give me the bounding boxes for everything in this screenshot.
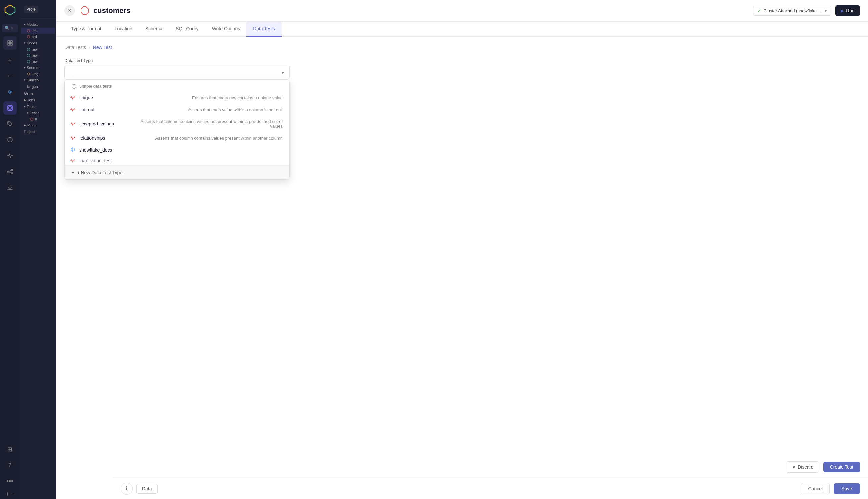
svg-point-15 (7, 494, 8, 495)
svg-rect-5 (8, 106, 12, 110)
discard-label: Discard (798, 464, 813, 470)
dropdown-section-header: Simple data tests (64, 80, 289, 92)
cancel-button[interactable]: Cancel (801, 483, 830, 494)
discard-button[interactable]: ✕ Discard (786, 461, 819, 473)
tab-location[interactable]: Location (108, 22, 139, 37)
tree-header-gems[interactable]: Gems (21, 90, 55, 97)
save-button[interactable]: Save (833, 484, 860, 494)
tree-section-tests: ▾ Tests ▾ Test c n (21, 103, 55, 122)
sidebar-item-download[interactable] (0, 180, 20, 195)
modal-action-buttons: ✕ Discard Create Test (786, 461, 860, 473)
sidebar-item-snowflake[interactable]: ❄ (0, 84, 20, 100)
tree-header-models2[interactable]: ▶ Mode (21, 122, 55, 129)
tree-section-sources: ▾ Source Ung (21, 64, 55, 77)
close-button[interactable]: × (64, 5, 75, 16)
form-label: Data Test Type (64, 58, 860, 63)
cluster-button[interactable]: ✓ Cluster Attached (snowflake_... ▾ (753, 5, 831, 15)
tree-header-jobs[interactable]: ▶ Jobs (21, 97, 55, 103)
sidebar-item-add[interactable]: + (0, 52, 20, 68)
tree-section-models2: ▶ Mode (21, 122, 55, 129)
tree-item-seed2[interactable]: raw (21, 52, 55, 58)
sidebar-item-project[interactable] (0, 34, 20, 52)
tree-item-source1[interactable]: Ung (21, 71, 55, 77)
sidebar-item-tag[interactable] (0, 116, 20, 132)
tree-header-seeds[interactable]: ▾ Seeds (21, 40, 55, 46)
sidebar-tree-panel: Proje ▾ Models cus ord ▾ Seeds (20, 0, 56, 499)
pulse-icon (70, 107, 75, 112)
cancel-label: Cancel (808, 486, 823, 491)
tree-header-sources[interactable]: ▾ Source (21, 64, 55, 71)
tree-item-function1[interactable]: fx gen (21, 83, 55, 90)
run-button[interactable]: ▶ Run (835, 5, 860, 16)
svg-line-13 (9, 171, 11, 173)
tree-item-test-c[interactable]: ▾ Test c (24, 110, 55, 116)
svg-marker-19 (72, 84, 76, 89)
sidebar-item-schema[interactable] (0, 163, 20, 180)
item-unique-desc: Ensures that every row contains a unique… (192, 95, 282, 100)
chevron-down-icon: ▾ (281, 70, 284, 75)
tree-section-project: Project (21, 129, 55, 135)
tree-item-seed1[interactable]: raw (21, 46, 55, 52)
dropdown-item-relationships[interactable]: relationships Asserts that column contai… (64, 132, 289, 144)
tree-item-seed3[interactable]: raw (21, 58, 55, 64)
item-accepted-values-desc: Asserts that column contains values not … (130, 119, 282, 129)
item-unique-name: unique (79, 95, 125, 100)
dropdown-item-snowflake-docs[interactable]: snowflake_docs (64, 144, 289, 156)
tree-header-models[interactable]: ▾ Models (21, 21, 55, 28)
breadcrumb-parent[interactable]: Data Tests (64, 45, 86, 50)
sidebar-item-meta[interactable]: ⋯ (0, 489, 20, 499)
check-icon: ✓ (757, 8, 761, 13)
sidebar-item-more[interactable]: ••• (0, 473, 20, 489)
breadcrumb-separator: › (89, 45, 91, 50)
project-tab-label[interactable]: Proje (24, 5, 38, 13)
pulse-icon (70, 121, 75, 126)
create-test-button[interactable]: Create Test (823, 462, 860, 472)
tree-item-label: ord (32, 35, 37, 39)
modal-header: × customers ✓ Cluster Attached (snowflak… (56, 0, 868, 22)
plus-icon: + (71, 170, 74, 175)
tab-sql-query[interactable]: SQL Query (169, 22, 205, 37)
modal: × customers ✓ Cluster Attached (snowflak… (56, 0, 868, 499)
dropdown-item-accepted-values[interactable]: accepted_values Asserts that column cont… (64, 115, 289, 132)
tab-data-tests[interactable]: Data Tests (246, 22, 281, 37)
dropdown-footer-new-test-type[interactable]: + + New Data Test Type (64, 165, 289, 180)
footer-label: + New Data Test Type (77, 170, 122, 175)
modal-title-icon (80, 6, 89, 15)
sidebar-item-grid[interactable]: ⊞ (0, 441, 20, 457)
dropdown-item-unique[interactable]: unique Ensures that every row contains a… (64, 92, 289, 104)
info-button[interactable]: ℹ (121, 483, 133, 495)
data-button[interactable]: Data (136, 484, 158, 494)
tree-item-orders[interactable]: ord (21, 34, 55, 40)
tab-write-options[interactable]: Write Options (205, 22, 247, 37)
item-relationships-name: relationships (79, 135, 125, 141)
tree-header-functions[interactable]: ▾ Functio (21, 77, 55, 83)
logo-icon (4, 4, 15, 15)
search-icon: 🔍 (5, 26, 10, 31)
tree-item-customers[interactable]: cus (21, 28, 55, 34)
tree-item-n[interactable]: n (24, 116, 55, 122)
dropdown-menu: Simple data tests unique Ensures that ev… (64, 80, 290, 180)
sidebar-item-back[interactable]: ← (0, 68, 20, 84)
data-label: Data (142, 486, 152, 491)
tree-header-tests[interactable]: ▾ Tests (21, 103, 55, 110)
sidebar-item-help[interactable]: ? (0, 457, 20, 473)
sidebar-item-pulse[interactable] (0, 148, 20, 163)
x-icon: ✕ (792, 465, 796, 470)
svg-marker-18 (81, 7, 89, 15)
run-label: Run (846, 8, 855, 13)
tab-schema[interactable]: Schema (139, 22, 169, 37)
svg-rect-3 (8, 44, 10, 45)
pulse-icon (70, 135, 75, 141)
svg-rect-1 (8, 41, 10, 43)
sidebar-item-clock[interactable] (0, 132, 20, 148)
select-box[interactable]: ▾ (64, 65, 290, 80)
svg-line-12 (9, 170, 11, 171)
tab-type-format[interactable]: Type & Format (64, 22, 108, 37)
dropdown-item-max-value-test[interactable]: max_value_test (64, 156, 289, 165)
sidebar-item-models[interactable] (0, 100, 20, 116)
item-snowflake-docs-name: snowflake_docs (79, 147, 125, 153)
dropdown-item-not-null[interactable]: not_null Asserts that each value within … (64, 104, 289, 115)
tree-section-gems: Gems (21, 90, 55, 97)
play-icon: ▶ (841, 8, 844, 13)
item-relationships-desc: Asserts that column contains values pres… (155, 136, 282, 141)
